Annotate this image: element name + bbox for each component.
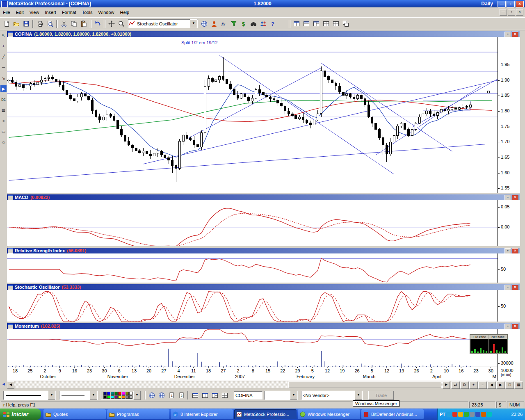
arrow-tool-tool[interactable]: ↘ <box>0 75 7 82</box>
menu-help[interactable]: Help <box>117 9 132 16</box>
mdi-minimize-button[interactable]: — <box>500 9 507 16</box>
people-button[interactable] <box>258 19 268 28</box>
chart-nav-button-6[interactable]: □ <box>505 381 514 389</box>
tile-v-button[interactable] <box>200 391 210 400</box>
symbol-input[interactable] <box>234 391 262 399</box>
fx-button[interactable]: fx <box>219 19 229 28</box>
palette-color[interactable] <box>107 392 110 395</box>
taskbar-button-8-internet-explorer[interactable]: e8 Internet Explorer <box>171 409 233 419</box>
palette-color[interactable] <box>129 392 132 395</box>
save-button[interactable] <box>21 19 31 28</box>
ellipse-tool-tool[interactable]: ○ <box>0 117 7 124</box>
palette-color[interactable] <box>107 395 110 399</box>
menu-format[interactable]: Format <box>59 9 79 16</box>
rectangle-tool-tool[interactable]: ▭ <box>0 128 7 135</box>
tile-h-button[interactable] <box>301 19 311 28</box>
indicator-dropdown[interactable]: Stochastic Oscillator ▼ <box>128 19 198 28</box>
palette-color[interactable] <box>129 395 132 399</box>
globe-button[interactable] <box>157 391 167 400</box>
dropdown-arrow-icon[interactable]: ▼ <box>355 391 362 400</box>
help-button[interactable]: ? <box>268 19 278 28</box>
crosshair-tool[interactable]: + <box>0 43 7 50</box>
flyout-tool[interactable]: ▶ <box>0 85 7 92</box>
tray-icon[interactable] <box>475 412 480 417</box>
person-button[interactable] <box>209 19 219 28</box>
funnel-button[interactable] <box>229 19 239 28</box>
tile-h-button[interactable] <box>190 391 200 400</box>
chart-h-scrollbar[interactable]: ◀ ▶ <box>7 381 450 388</box>
tile-4-button[interactable] <box>220 391 230 400</box>
tray-icon[interactable] <box>487 412 492 417</box>
paste-button[interactable] <box>79 19 89 28</box>
palette-color[interactable] <box>122 392 125 395</box>
scroll-far-left-button[interactable]: ◀ <box>0 381 7 388</box>
language-indicator[interactable]: PT <box>440 412 445 417</box>
panel-restore-button[interactable]: ▫ <box>504 195 511 201</box>
page2-button[interactable]: 2 <box>176 391 186 400</box>
scrollbar-track[interactable] <box>14 381 443 388</box>
menu-file[interactable]: File <box>0 9 13 16</box>
palette-color[interactable] <box>103 395 107 399</box>
price-chart[interactable]: Split 1/2 em 19/12 <box>7 37 498 193</box>
chart-nav-button-2[interactable]: + <box>469 381 478 389</box>
chart-nav-button-3[interactable]: − <box>478 381 487 389</box>
macd-panel-header[interactable]: MACD (0.00822) ▫× <box>7 194 520 200</box>
dropdown-arrow-icon[interactable]: ▼ <box>90 391 97 400</box>
zoom-button[interactable] <box>116 19 126 28</box>
panel-close-button[interactable]: × <box>512 195 518 201</box>
palette-color[interactable] <box>118 395 121 399</box>
mdi-restore-button[interactable]: ▫ <box>508 9 515 16</box>
menu-window[interactable]: Window <box>95 9 117 16</box>
panel-restore-button[interactable]: ▫ <box>504 32 511 37</box>
chart-nav-button-0[interactable]: ⇄ <box>451 381 460 389</box>
line-tool-tool[interactable]: ─ <box>0 64 7 71</box>
taskbar-button-quotes[interactable]: Quotes <box>43 409 106 419</box>
momentum-volume-chart[interactable]: 1825291623306132027411182728152229512192… <box>7 329 498 381</box>
scroll-left-arrow[interactable]: ◀ <box>7 381 14 389</box>
menu-edit[interactable]: Edit <box>13 9 27 16</box>
taskbar-button-windows-messenger[interactable]: Windows Messenger <box>298 409 360 419</box>
panel-restore-button[interactable]: ▫ <box>504 285 511 290</box>
palette-color[interactable] <box>114 392 118 395</box>
tray-icon[interactable] <box>481 412 486 417</box>
tile-3-button[interactable] <box>311 19 321 28</box>
palette-color[interactable] <box>103 392 107 395</box>
stoch-chart[interactable] <box>7 290 498 322</box>
macd-chart[interactable] <box>7 200 498 246</box>
dropdown-arrow-icon[interactable]: ▼ <box>190 19 197 28</box>
globe-button[interactable] <box>147 391 157 400</box>
tray-icon[interactable] <box>452 412 457 417</box>
start-button[interactable]: Iniciar <box>0 409 41 420</box>
pointer-tool[interactable]: ↖ <box>0 32 7 39</box>
chart-nav-button-7[interactable]: ▦ <box>514 381 523 389</box>
text-tool-tool[interactable]: bc <box>0 96 7 103</box>
tile-4-button[interactable] <box>321 19 331 28</box>
tray-icon[interactable] <box>470 412 475 417</box>
scrollbar-thumb[interactable] <box>288 381 441 388</box>
dropdown-arrow-icon[interactable]: ▼ <box>133 391 141 400</box>
trade-button[interactable]: Trade <box>368 391 394 400</box>
cut-button[interactable] <box>59 19 69 28</box>
panel-close-button[interactable]: × <box>512 32 518 37</box>
menu-insert[interactable]: Insert <box>42 9 59 16</box>
scroll-right-arrow[interactable]: ▶ <box>443 381 450 389</box>
restore-button[interactable]: ▫ <box>507 1 515 7</box>
copy-button[interactable] <box>69 19 79 28</box>
bitdefender-activity-widget[interactable]: File zone Net zone <box>470 334 508 354</box>
dropdown-arrow-icon[interactable]: ▼ <box>290 391 297 400</box>
palette-color[interactable] <box>126 392 129 395</box>
panel-restore-button[interactable]: ▫ <box>504 248 511 254</box>
panel-close-button[interactable]: × <box>512 248 518 254</box>
panel-restore-button[interactable]: ▫ <box>504 324 511 329</box>
dropdown-arrow-icon[interactable]: ▼ <box>48 391 55 400</box>
line-style-dropdown[interactable]: ▼ <box>59 391 98 400</box>
palette-color[interactable] <box>111 392 114 395</box>
price-panel-header[interactable]: COFINA (1.80000, 1.82000, 1.80000, 1.820… <box>7 31 520 37</box>
panel-close-button[interactable]: × <box>512 324 518 329</box>
period-dropdown[interactable]: ▼ <box>264 391 298 400</box>
dollar-button[interactable]: $ <box>239 19 249 28</box>
tray-icon[interactable] <box>447 412 452 417</box>
menu-view[interactable]: View <box>27 9 42 16</box>
vendor-dropdown[interactable]: <No Vendor> ▼ <box>301 391 363 400</box>
rsi-panel-header[interactable]: Relative Strength Index (56.0891) ▫× <box>7 248 520 253</box>
